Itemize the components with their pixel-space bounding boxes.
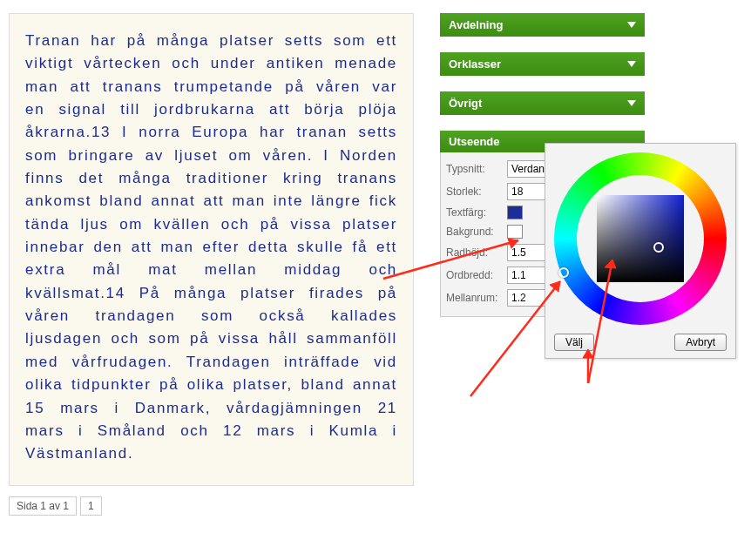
label-typsnitt: Typsnitt: [446, 163, 507, 175]
sv-handle[interactable] [653, 242, 664, 253]
label-ordbredd: Ordbredd: [446, 269, 507, 281]
accordion-ovrigt[interactable]: Övrigt [440, 91, 645, 115]
accordion-label: Övrigt [449, 97, 482, 110]
text-preview: Tranan har på många platser setts som et… [9, 13, 414, 486]
accordion-avdelning[interactable]: Avdelning [440, 13, 645, 37]
chevron-down-icon [627, 22, 636, 28]
label-bakgrund: Bakgrund: [446, 226, 507, 238]
label-storlek: Storlek: [446, 186, 507, 198]
label-radhojd: Radhöjd: [446, 246, 507, 259]
accordion-label: Orklasser [449, 57, 501, 71]
chevron-down-icon [627, 100, 636, 106]
pager: Sida 1 av 1 1 [9, 496, 414, 516]
accordion-label: Avdelning [449, 18, 503, 31]
pager-current[interactable]: 1 [80, 496, 102, 516]
label-textfarg: Textfärg: [446, 206, 507, 219]
pager-label: Sida 1 av 1 [9, 496, 77, 516]
avbryt-button[interactable]: Avbryt [674, 334, 727, 351]
accordion-orklasser[interactable]: Orklasser [440, 52, 645, 76]
color-picker-popup: Välj Avbryt [545, 143, 736, 359]
swatch-textcolor[interactable] [507, 206, 523, 219]
swatch-bgcolor[interactable] [507, 225, 523, 239]
label-mellanrum: Mellanrum: [446, 292, 507, 304]
hue-handle[interactable] [558, 267, 569, 278]
valj-button[interactable]: Välj [554, 334, 594, 351]
saturation-value-square[interactable] [597, 195, 684, 282]
chevron-down-icon [627, 61, 636, 67]
